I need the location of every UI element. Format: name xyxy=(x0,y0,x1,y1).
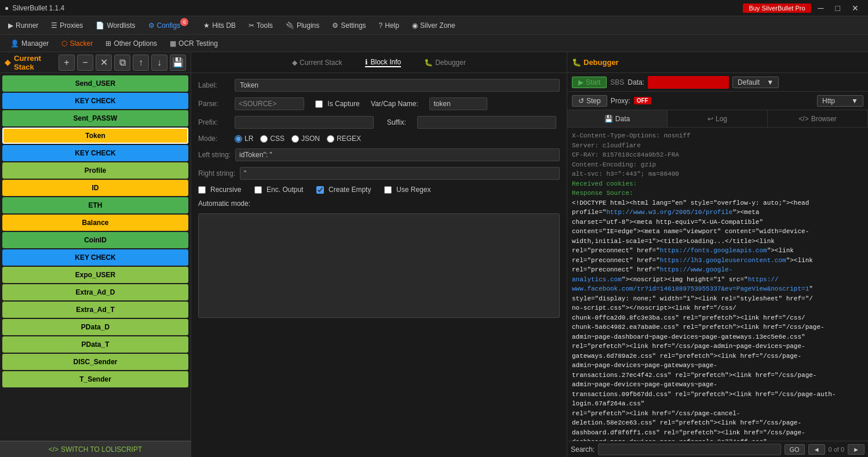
toolbar-stacker[interactable]: ⬡ Slacker xyxy=(56,38,99,49)
tab-browser[interactable]: </> Browser xyxy=(768,110,868,127)
stacker-icon: ⬡ xyxy=(61,39,67,48)
block-balance[interactable]: Balance xyxy=(2,215,188,231)
step-button[interactable]: ↺ Step xyxy=(572,95,607,107)
left-string-input[interactable] xyxy=(235,148,560,161)
ocr-icon: ▦ xyxy=(170,39,176,48)
block-extra-ad-t[interactable]: Extra_Ad_T xyxy=(2,302,188,318)
menu-bar: ▶ Runner ☰ Proxies 📄 Wordlists ⚙ Configs… xyxy=(0,16,868,35)
tab-current-stack[interactable]: ◆ Current Stack xyxy=(292,59,342,67)
search-input[interactable] xyxy=(598,444,781,455)
tab-data[interactable]: 💾 Data xyxy=(567,110,668,127)
move-up-button[interactable]: ↑ xyxy=(133,55,149,71)
add-block-button[interactable]: + xyxy=(59,55,75,71)
tab-log[interactable]: ↩ Log xyxy=(668,110,768,127)
block-pdata-d[interactable]: PData_D xyxy=(2,319,188,335)
suffix-input[interactable] xyxy=(417,116,556,129)
block-sent-passw[interactable]: Sent_PASSW xyxy=(2,110,188,126)
recursive-label: Recursive xyxy=(210,186,241,194)
log-tab-icon: ↩ xyxy=(707,115,713,123)
mode-json-label[interactable]: JSON xyxy=(291,135,320,143)
block-eth[interactable]: ETH xyxy=(2,197,188,213)
content-line-1: X-Content-Type-Options: nosniff xyxy=(572,131,863,141)
debugger-title: 🐛 Debugger xyxy=(572,58,619,67)
http-dropdown[interactable]: Http ▼ xyxy=(817,95,863,107)
menu-plugins[interactable]: 🔌 Plugins xyxy=(280,19,325,32)
start-button[interactable]: ▶ Start xyxy=(572,77,607,88)
block-expo-user[interactable]: Expo_USER xyxy=(2,267,188,283)
debugger-title-label: Debugger xyxy=(583,58,619,67)
parse-input[interactable] xyxy=(235,97,304,110)
loliscript-icon: </> xyxy=(49,445,59,454)
move-down-button[interactable]: ↓ xyxy=(151,55,167,71)
menu-silverzone[interactable]: ◉ Silver Zone xyxy=(406,19,461,32)
is-capture-checkbox[interactable] xyxy=(315,100,323,108)
label-input[interactable] xyxy=(235,79,560,92)
block-token[interactable]: Token xyxy=(2,128,188,144)
tab-block-info[interactable]: ℹ Block Info xyxy=(365,58,401,67)
right-string-row: Right string: xyxy=(198,167,560,180)
right-string-input[interactable] xyxy=(240,167,560,180)
minimize-button[interactable]: ─ xyxy=(814,2,829,14)
buy-button[interactable]: Buy SilverBullet Pro xyxy=(743,3,811,13)
cancel-block-button[interactable]: ✕ xyxy=(96,55,112,71)
mode-radio-group: LR CSS JSON REGEX xyxy=(235,135,361,143)
mode-json-radio[interactable] xyxy=(291,135,299,143)
debugger-tab-icon: 🐛 xyxy=(424,59,433,67)
mode-lr-label[interactable]: LR xyxy=(235,135,253,143)
block-profile[interactable]: Profile xyxy=(2,162,188,179)
tools-label: Tools xyxy=(257,21,273,30)
block-disc-sender[interactable]: DISC_Sender xyxy=(2,354,188,370)
block-key-check-2[interactable]: KEY CHECK xyxy=(2,145,188,161)
stack-icon: ◆ xyxy=(5,58,10,67)
menu-hitsdb[interactable]: ★ Hits DB xyxy=(198,19,242,32)
toolbar-other-options[interactable]: ⊞ Other Options xyxy=(100,38,163,49)
tab-debugger[interactable]: 🐛 Debugger xyxy=(424,59,466,67)
go-button[interactable]: GO xyxy=(785,444,805,455)
block-send-user[interactable]: Send_USER xyxy=(2,75,188,92)
parse-field-label: Parse: xyxy=(198,100,230,108)
menu-wordlists[interactable]: 📄 Wordlists xyxy=(90,19,141,32)
var-cap-input[interactable] xyxy=(429,97,487,110)
block-t-sender[interactable]: T_Sender xyxy=(2,371,188,387)
menu-help[interactable]: ? Help xyxy=(373,19,405,32)
recursive-checkbox[interactable] xyxy=(198,186,206,194)
menu-configs[interactable]: ⚙ Configs 6 xyxy=(143,19,197,32)
create-empty-checkbox[interactable] xyxy=(316,186,324,194)
mode-regex-radio[interactable] xyxy=(327,135,334,143)
title-bar-controls: Buy SilverBullet Pro ─ □ ✕ xyxy=(743,2,863,14)
close-button[interactable]: ✕ xyxy=(847,2,863,14)
mode-css-radio[interactable] xyxy=(260,135,268,143)
block-extra-ad-d[interactable]: Extra_Ad_D xyxy=(2,284,188,300)
use-regex-checkbox[interactable] xyxy=(384,186,392,194)
block-key-check-3[interactable]: KEY CHECK xyxy=(2,249,188,266)
mode-css-label[interactable]: CSS xyxy=(260,135,285,143)
middle-content: Label: Parse: Is Capture Var/Cap Name: P… xyxy=(191,73,567,457)
block-pdata-t[interactable]: PData_T xyxy=(2,336,188,353)
default-dropdown[interactable]: Default ▼ xyxy=(732,77,779,88)
toolbar-ocr-testing[interactable]: ▦ OCR Testing xyxy=(164,38,224,49)
prefix-input[interactable] xyxy=(235,116,374,129)
menu-runner[interactable]: ▶ Runner xyxy=(2,19,44,32)
block-id[interactable]: ID xyxy=(2,180,188,196)
search-label: Search: xyxy=(571,445,595,454)
switch-to-loliscript-button[interactable]: </> SWITCH TO LOLISCRIPT xyxy=(0,441,191,457)
save-block-button[interactable]: 💾 xyxy=(170,55,186,71)
menu-tools[interactable]: ✂ Tools xyxy=(243,19,279,32)
block-coinid[interactable]: CoinID xyxy=(2,232,188,248)
next-page-button[interactable]: ► xyxy=(848,444,865,455)
mode-lr-radio[interactable] xyxy=(235,135,242,143)
menu-proxies[interactable]: ☰ Proxies xyxy=(45,19,89,32)
prev-page-button[interactable]: ◄ xyxy=(808,444,825,455)
automatic-mode-textarea[interactable] xyxy=(198,213,560,318)
mode-regex-label[interactable]: REGEX xyxy=(327,135,361,143)
right-controls-row1: ▶ Start SBS Data: Default ▼ xyxy=(567,73,868,92)
remove-block-button[interactable]: − xyxy=(77,55,93,71)
menu-settings[interactable]: ⚙ Settings xyxy=(326,19,371,32)
block-key-check-1[interactable]: KEY CHECK xyxy=(2,93,188,109)
copy-block-button[interactable]: ⧉ xyxy=(114,55,130,71)
maximize-button[interactable]: □ xyxy=(831,2,845,14)
toolbar-manager[interactable]: 👤 Manager xyxy=(5,38,54,49)
enc-output-checkbox[interactable] xyxy=(254,186,262,194)
content-line-3: CF-RAY: 8157618cc84a9b52-FRA xyxy=(572,150,863,160)
default-label: Default xyxy=(738,78,760,86)
